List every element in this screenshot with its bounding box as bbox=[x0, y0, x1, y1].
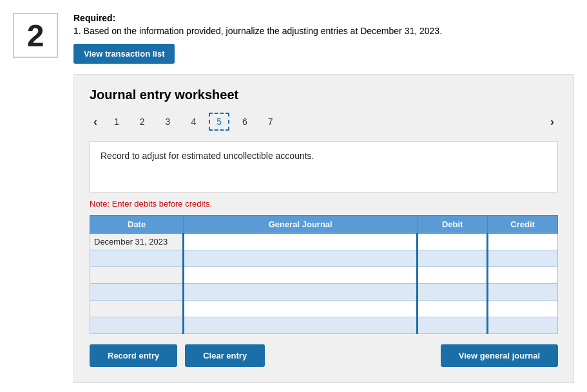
credit-input-4[interactable] bbox=[488, 284, 557, 300]
debit-input-3[interactable] bbox=[418, 267, 486, 283]
worksheet-container: Journal entry worksheet ‹ 1 2 3 4 5 6 7 … bbox=[73, 74, 574, 383]
credit-input-5[interactable] bbox=[488, 301, 557, 317]
pagination: ‹ 1 2 3 4 5 6 7 › bbox=[90, 113, 558, 131]
view-transaction-button[interactable]: View transaction list bbox=[73, 44, 175, 64]
journal-cell-3[interactable] bbox=[184, 267, 418, 284]
credit-cell-3[interactable] bbox=[488, 267, 558, 284]
debit-cell-5[interactable] bbox=[418, 301, 488, 317]
journal-input-2[interactable] bbox=[184, 250, 416, 266]
journal-input-4[interactable] bbox=[184, 284, 416, 300]
worksheet-title: Journal entry worksheet bbox=[90, 88, 558, 102]
clear-entry-button[interactable]: Clear entry bbox=[185, 344, 265, 367]
journal-cell-4[interactable] bbox=[184, 284, 418, 301]
credit-cell-6[interactable] bbox=[488, 317, 558, 334]
col-credit: Credit bbox=[488, 216, 558, 234]
journal-input-5[interactable] bbox=[184, 301, 416, 317]
debit-input-1[interactable] bbox=[418, 234, 486, 250]
record-entry-button[interactable]: Record entry bbox=[90, 344, 177, 367]
credit-input-2[interactable] bbox=[488, 250, 557, 266]
debit-cell-1[interactable] bbox=[418, 234, 488, 250]
required-text: 1. Based on the information provided, jo… bbox=[73, 26, 574, 36]
debit-input-4[interactable] bbox=[418, 284, 486, 300]
step-number: 2 bbox=[13, 13, 58, 58]
table-row bbox=[90, 267, 558, 284]
debit-cell-6[interactable] bbox=[418, 317, 488, 334]
debit-input-5[interactable] bbox=[418, 301, 486, 317]
col-general-journal: General Journal bbox=[184, 216, 418, 234]
debit-cell-4[interactable] bbox=[418, 284, 488, 301]
journal-table: Date General Journal Debit Credit Decemb… bbox=[90, 215, 558, 334]
journal-cell-1[interactable] bbox=[184, 234, 418, 250]
page-7[interactable]: 7 bbox=[260, 113, 281, 131]
page-2[interactable]: 2 bbox=[132, 113, 153, 131]
view-general-journal-button[interactable]: View general journal bbox=[441, 344, 558, 367]
credit-input-1[interactable] bbox=[488, 234, 557, 250]
credit-cell-1[interactable] bbox=[488, 234, 558, 250]
buttons-row: Record entry Clear entry View general jo… bbox=[90, 344, 558, 367]
credit-cell-4[interactable] bbox=[488, 284, 558, 301]
table-row bbox=[90, 250, 558, 267]
debit-cell-2[interactable] bbox=[418, 250, 488, 267]
date-cell-5 bbox=[90, 301, 184, 317]
debit-input-2[interactable] bbox=[418, 250, 486, 266]
page-prev-button[interactable]: ‹ bbox=[90, 114, 101, 130]
date-cell-2 bbox=[90, 250, 184, 267]
table-row bbox=[90, 301, 558, 317]
journal-input-1[interactable] bbox=[184, 234, 416, 250]
required-label: Required: bbox=[73, 13, 574, 23]
note-text: Note: Enter debits before credits. bbox=[90, 199, 558, 209]
credit-cell-5[interactable] bbox=[488, 301, 558, 317]
col-debit: Debit bbox=[418, 216, 488, 234]
table-row bbox=[90, 284, 558, 301]
journal-cell-2[interactable] bbox=[184, 250, 418, 267]
page-1[interactable]: 1 bbox=[106, 113, 127, 131]
journal-cell-5[interactable] bbox=[184, 301, 418, 317]
table-row: December 31, 2023 bbox=[90, 234, 558, 250]
debit-input-6[interactable] bbox=[418, 317, 486, 333]
debit-cell-3[interactable] bbox=[418, 267, 488, 284]
page-4[interactable]: 4 bbox=[183, 113, 204, 131]
journal-cell-6[interactable] bbox=[184, 317, 418, 334]
date-cell-3 bbox=[90, 267, 184, 284]
journal-input-6[interactable] bbox=[184, 317, 416, 333]
page-next-button[interactable]: › bbox=[546, 114, 558, 130]
credit-input-3[interactable] bbox=[488, 267, 557, 283]
page-5[interactable]: 5 bbox=[209, 113, 229, 131]
table-row bbox=[90, 317, 558, 334]
journal-input-3[interactable] bbox=[184, 267, 416, 283]
description-box: Record to adjust for estimated uncollect… bbox=[90, 141, 558, 192]
date-cell-6 bbox=[90, 317, 184, 334]
credit-input-6[interactable] bbox=[488, 317, 557, 333]
date-cell-4 bbox=[90, 284, 184, 301]
credit-cell-2[interactable] bbox=[488, 250, 558, 267]
col-date: Date bbox=[90, 216, 184, 234]
page-6[interactable]: 6 bbox=[235, 113, 255, 131]
page-3[interactable]: 3 bbox=[158, 113, 178, 131]
date-cell-1: December 31, 2023 bbox=[90, 234, 184, 250]
